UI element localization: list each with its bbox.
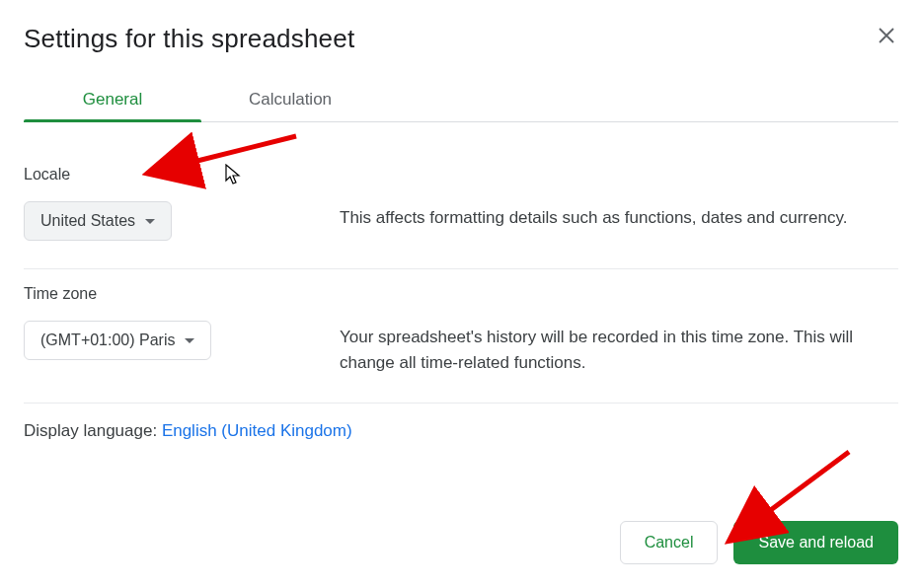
timezone-label: Time zone (24, 285, 340, 303)
cancel-button[interactable]: Cancel (620, 521, 719, 564)
locale-description: This affects formatting details such as … (340, 166, 847, 241)
timezone-dropdown[interactable]: (GMT+01:00) Paris (24, 321, 211, 360)
timezone-section: Time zone (GMT+01:00) Paris Your spreads… (24, 269, 898, 404)
locale-section: Locale United States This affects format… (24, 150, 898, 269)
locale-label: Locale (24, 166, 340, 184)
settings-dialog: Settings for this spreadsheet General Ca… (0, 0, 922, 504)
display-language-row: Display language: English (United Kingdo… (24, 404, 898, 480)
timezone-left: Time zone (GMT+01:00) Paris (24, 285, 340, 375)
save-button[interactable]: Save and reload (733, 521, 898, 564)
tab-general[interactable]: General (24, 78, 201, 121)
close-icon[interactable] (875, 24, 898, 50)
locale-value: United States (40, 212, 135, 230)
tab-calculation[interactable]: Calculation (201, 78, 379, 121)
chevron-down-icon (185, 338, 194, 343)
tabs: General Calculation (24, 78, 898, 122)
dialog-footer: Cancel Save and reload (620, 521, 922, 580)
locale-dropdown[interactable]: United States (24, 201, 172, 241)
display-language-link[interactable]: English (United Kingdom) (162, 421, 352, 440)
timezone-value: (GMT+01:00) Paris (40, 331, 175, 349)
dialog-header: Settings for this spreadsheet (24, 24, 898, 54)
chevron-down-icon (145, 219, 155, 224)
display-language-label: Display language: (24, 421, 162, 440)
timezone-description: Your spreadsheet's history will be recor… (340, 285, 898, 375)
locale-left: Locale United States (24, 166, 340, 241)
dialog-title: Settings for this spreadsheet (24, 24, 354, 54)
